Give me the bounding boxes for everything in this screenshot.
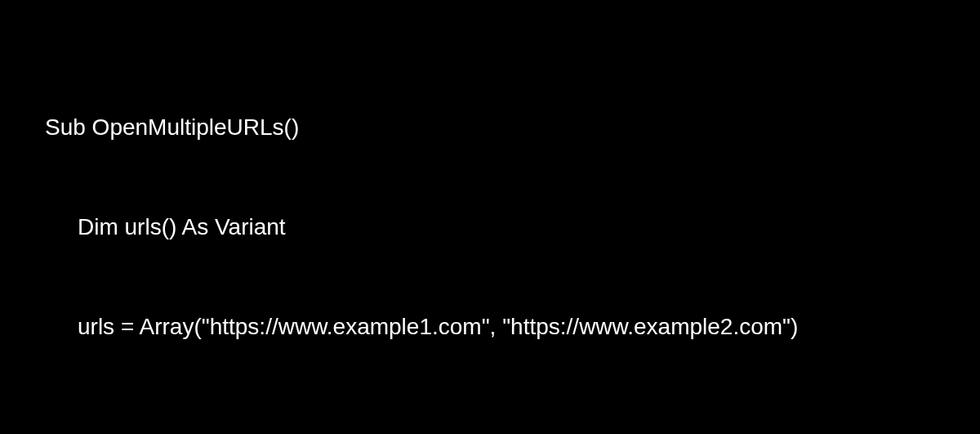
code-block: Sub OpenMultipleURLs() Dim urls() As Var… — [45, 45, 935, 434]
code-line-2: Dim urls() As Variant — [45, 211, 935, 244]
code-line-1: Sub OpenMultipleURLs() — [45, 111, 935, 145]
code-line-3: urls = Array("https://www.example1.com",… — [45, 311, 935, 344]
